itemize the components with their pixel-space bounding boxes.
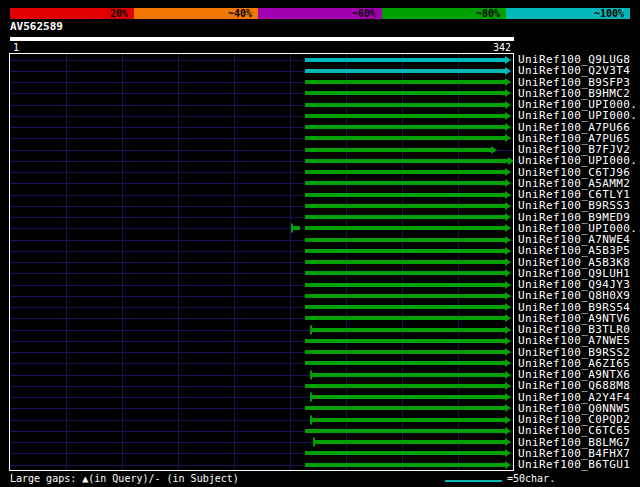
plot-area — [9, 53, 514, 471]
alignment-bar[interactable] — [305, 249, 505, 253]
alignment-bar[interactable] — [305, 114, 505, 118]
alignment-bar[interactable] — [305, 170, 505, 174]
query-name: AV562589 — [10, 20, 63, 33]
hit-row — [10, 167, 513, 178]
alignment-bar[interactable] — [305, 226, 505, 230]
hit-rows — [10, 54, 513, 470]
alignment-bar[interactable] — [305, 294, 505, 298]
hit-label[interactable]: UniRef100_A5B3P5 — [518, 245, 638, 256]
alignment-bar[interactable] — [305, 339, 505, 343]
hit-row — [10, 189, 513, 200]
scale-segment-label: 20% — [110, 8, 128, 19]
hit-label[interactable]: UniRef100_B6TGU1 — [518, 459, 638, 470]
alignment-bar[interactable] — [314, 440, 505, 444]
hit-label[interactable]: UniRef100_A7NWE5 — [518, 335, 638, 346]
alignment-bar[interactable] — [305, 406, 505, 410]
arrow-head-icon — [505, 337, 511, 345]
hit-row — [10, 448, 513, 459]
scale-legend-line — [445, 480, 502, 482]
alignment-bar[interactable] — [305, 125, 505, 129]
arrow-head-icon — [505, 314, 511, 322]
alignment-bar[interactable] — [305, 193, 505, 197]
scale-segment: ~60% — [258, 8, 382, 19]
scale-legend-label: =50char. — [507, 473, 555, 484]
hit-label[interactable]: UniRef100_Q2V3T4 — [518, 65, 638, 76]
arrow-head-icon — [505, 292, 511, 300]
arrow-head-icon — [491, 146, 497, 154]
hit-row — [10, 65, 513, 76]
alignment-bar[interactable] — [305, 316, 505, 320]
alignment-bar[interactable] — [305, 463, 505, 467]
alignment-bar[interactable] — [305, 305, 505, 309]
alignment-bar[interactable] — [305, 91, 505, 95]
hit-label[interactable]: UniRef100_UPI000.. — [518, 155, 638, 166]
arrow-head-icon — [505, 461, 511, 469]
hit-row — [10, 392, 513, 403]
alignment-bar[interactable] — [305, 136, 505, 140]
hit-row — [10, 268, 513, 279]
alignment-bar[interactable] — [305, 283, 505, 287]
arrow-head-icon — [505, 416, 511, 424]
alignment-bar[interactable] — [305, 238, 505, 242]
alignment-bar[interactable] — [305, 429, 505, 433]
arrow-head-icon — [505, 303, 511, 311]
hit-row — [10, 324, 513, 335]
arrow-head-icon — [505, 56, 511, 64]
hit-row — [10, 335, 513, 346]
alignment-bar[interactable] — [311, 373, 505, 377]
scale-segment: ~100% — [506, 8, 630, 19]
arrow-head-icon — [505, 382, 511, 390]
alignment-bar[interactable] — [305, 215, 505, 219]
alignment-bar[interactable] — [311, 328, 505, 332]
arrow-head-icon — [505, 326, 511, 334]
arrow-head-icon — [505, 371, 511, 379]
hit-label[interactable]: UniRef100_B9RSS3 — [518, 200, 638, 211]
scale-bar: 20%~40%~60%~80%~100% — [10, 8, 630, 19]
alignment-bar[interactable] — [305, 350, 505, 354]
hit-label[interactable]: UniRef100_Q8H0X9 — [518, 290, 638, 301]
alignment-bar[interactable] — [311, 395, 505, 399]
scale-segment-label: ~40% — [228, 8, 252, 19]
alignment-bar[interactable] — [305, 159, 508, 163]
alignment-bar[interactable] — [305, 181, 505, 185]
hit-row — [10, 155, 513, 166]
hit-row — [10, 459, 513, 470]
hit-row — [10, 414, 513, 425]
arrow-head-icon — [505, 281, 511, 289]
arrow-head-icon — [505, 134, 511, 142]
arrow-head-icon — [505, 247, 511, 255]
alignment-bar[interactable] — [305, 260, 505, 264]
hit-row — [10, 110, 513, 121]
hit-row — [10, 99, 513, 110]
hit-label[interactable]: UniRef100_UPI000.. — [518, 110, 638, 121]
hit-row — [10, 77, 513, 88]
alignment-bar[interactable] — [305, 58, 505, 62]
arrow-head-icon — [505, 224, 511, 232]
arrow-head-icon — [505, 89, 511, 97]
alignment-bar[interactable] — [305, 361, 505, 365]
scale-segment: 20% — [10, 8, 134, 19]
alignment-bar[interactable] — [305, 80, 505, 84]
arrow-head-icon — [505, 404, 511, 412]
alignment-overview: 20%~40%~60%~80%~100% AV562589 1 342 UniR… — [0, 0, 640, 487]
alignment-bar[interactable] — [305, 271, 505, 275]
alignment-bar[interactable] — [305, 103, 505, 107]
alignment-bar[interactable] — [305, 148, 491, 152]
hit-row — [10, 437, 513, 448]
ruler-end: 342 — [493, 42, 511, 53]
alignment-bar[interactable] — [305, 384, 505, 388]
alignment-bar[interactable] — [305, 451, 505, 455]
alignment-bar[interactable] — [305, 69, 505, 73]
ruler-start: 1 — [13, 42, 19, 53]
arrow-head-icon — [505, 202, 511, 210]
hit-label[interactable]: UniRef100_Q688M8 — [518, 380, 638, 391]
hit-row — [10, 54, 513, 65]
alignment-fragment[interactable] — [292, 226, 300, 230]
hit-row — [10, 380, 513, 391]
alignment-bar[interactable] — [311, 418, 505, 422]
scale-segment-label: ~100% — [594, 8, 624, 19]
hit-label[interactable]: UniRef100_C6TC65 — [518, 425, 638, 436]
alignment-bar[interactable] — [305, 204, 505, 208]
arrow-head-icon — [505, 112, 511, 120]
hit-row — [10, 302, 513, 313]
